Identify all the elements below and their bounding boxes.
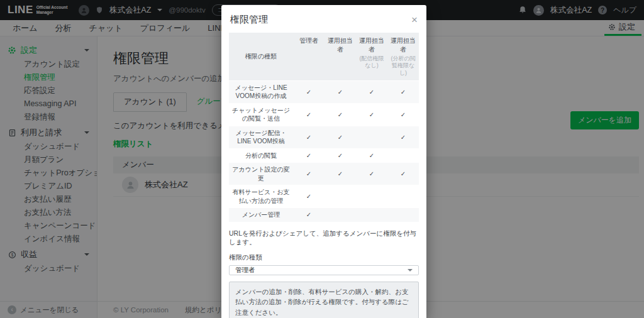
permission-header-row: 権限の種類 管理者 運用担当者 運用担当者(配信権限なし) 運用担当者(分析の閲… xyxy=(229,33,419,80)
check-icon: ✓ xyxy=(293,149,325,163)
check-icon: ✓ xyxy=(293,104,325,126)
table-row: アカウント設定の変更 ✓✓✓✓ xyxy=(229,163,419,185)
check-icon: ✓ xyxy=(293,163,325,185)
check-icon xyxy=(356,208,387,222)
check-icon xyxy=(387,208,419,222)
check-icon xyxy=(325,208,356,222)
table-row: 有料サービス・お支払い方法の管理 ✓ xyxy=(229,185,419,207)
share-url-description: URLを発行およびシェアして、追加するメンバーに権限を付与します。 xyxy=(229,229,419,247)
check-icon xyxy=(325,185,356,207)
table-row: メンバー管理 ✓ xyxy=(229,208,419,222)
admin-permission-notice: メンバーの追加・削除、有料サービスの購入・解約、お支払い方法の追加・削除が行える… xyxy=(229,282,419,318)
line-official-account-manager: LINE Official AccountManager 株式会社AZ @990… xyxy=(0,0,644,318)
check-icon: ✓ xyxy=(356,149,387,163)
check-icon: ✓ xyxy=(293,126,325,148)
role-select-label: 権限の種類 xyxy=(229,253,419,262)
check-icon xyxy=(387,185,419,207)
check-icon: ✓ xyxy=(325,163,356,185)
check-icon: ✓ xyxy=(325,126,356,148)
table-row: チャットメッセージの閲覧・送信 ✓✓✓✓ xyxy=(229,104,419,126)
col-admin: 管理者 xyxy=(293,33,325,80)
table-row: 分析の閲覧 ✓✓✓ xyxy=(229,149,419,163)
check-icon: ✓ xyxy=(387,126,419,148)
check-icon: ✓ xyxy=(356,163,387,185)
permission-management-modal: 権限管理 × 権限の種類 管理者 運用担当者 運用担当者(配信権限なし) 運用担… xyxy=(221,5,426,318)
check-icon: ✓ xyxy=(293,81,325,103)
check-icon: ✓ xyxy=(387,81,419,103)
close-icon[interactable]: × xyxy=(411,14,418,25)
check-icon: ✓ xyxy=(293,208,325,222)
check-icon: ✓ xyxy=(293,185,325,207)
check-icon: ✓ xyxy=(356,81,387,103)
table-row: メッセージ配信・LINE VOOM投稿 ✓✓✓ xyxy=(229,126,419,148)
check-icon: ✓ xyxy=(387,163,419,185)
col-operator: 運用担当者 xyxy=(325,33,356,80)
modal-header: 権限管理 × xyxy=(229,13,419,32)
chevron-down-icon xyxy=(408,269,413,271)
role-select[interactable]: 管理者 xyxy=(229,265,419,275)
permission-matrix-table: 権限の種類 管理者 運用担当者 運用担当者(配信権限なし) 運用担当者(分析の閲… xyxy=(229,32,419,222)
check-icon xyxy=(356,126,387,148)
col-operator-no-analytics: 運用担当者(分析の閲覧権限なし) xyxy=(387,33,419,80)
table-row: メッセージ・LINE VOOM投稿の作成 ✓✓✓✓ xyxy=(229,81,419,103)
modal-title: 権限管理 xyxy=(230,14,268,26)
check-icon: ✓ xyxy=(387,104,419,126)
check-icon: ✓ xyxy=(325,104,356,126)
col-permission-type: 権限の種類 xyxy=(229,33,293,80)
role-select-value: 管理者 xyxy=(235,266,255,275)
check-icon: ✓ xyxy=(325,81,356,103)
col-operator-no-broadcast: 運用担当者(配信権限なし) xyxy=(356,33,387,80)
check-icon: ✓ xyxy=(325,149,356,163)
check-icon xyxy=(356,185,387,207)
check-icon: ✓ xyxy=(356,104,387,126)
check-icon xyxy=(387,149,419,163)
